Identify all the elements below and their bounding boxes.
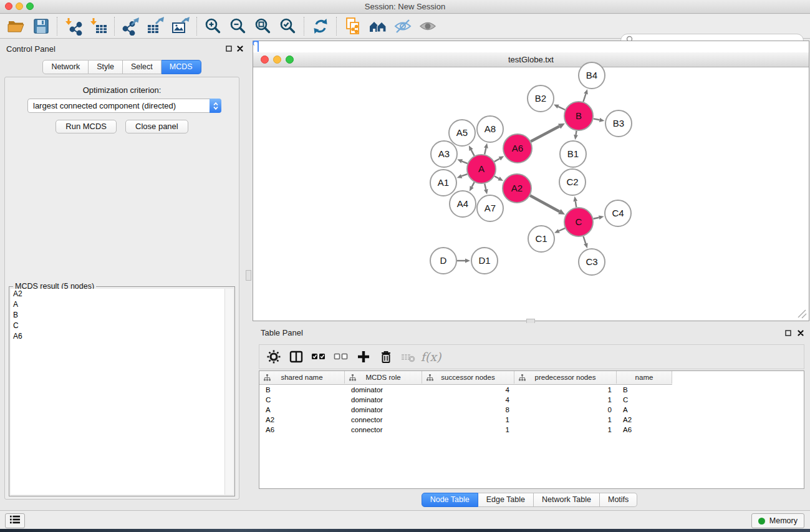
- table-row[interactable]: A6connector11A6: [259, 425, 804, 435]
- graph-node-B2[interactable]: B2: [528, 85, 554, 112]
- float-table-panel-icon[interactable]: [784, 329, 792, 337]
- graph-node-A2[interactable]: A2: [503, 174, 531, 203]
- graph-node-A8[interactable]: A8: [477, 116, 503, 142]
- add-column-button[interactable]: [355, 349, 372, 365]
- graph-node-A7[interactable]: A7: [477, 195, 503, 221]
- graph-node-D1[interactable]: D1: [471, 248, 498, 274]
- graph-node-B3[interactable]: B3: [605, 110, 632, 137]
- graph-edge-A-A6[interactable]: [494, 158, 499, 162]
- delete-column-button[interactable]: [378, 349, 394, 365]
- graph-node-C1[interactable]: C1: [528, 226, 554, 252]
- import-table-button[interactable]: [86, 16, 111, 37]
- hide-selected-button[interactable]: [390, 16, 415, 37]
- close-table-panel-icon[interactable]: [797, 329, 804, 337]
- tab-mcds[interactable]: MCDS: [162, 60, 201, 74]
- graph-node-C2[interactable]: C2: [559, 169, 586, 195]
- table-row[interactable]: A2connector11A2: [259, 415, 804, 425]
- table-row[interactable]: Cdominator41C: [259, 395, 804, 405]
- zoom-selected-button[interactable]: [276, 16, 301, 37]
- deselect-all-checkboxes-button[interactable]: [333, 349, 349, 365]
- new-network-from-selection-button[interactable]: [340, 16, 365, 37]
- mcds-result-item[interactable]: A6: [11, 331, 224, 342]
- column-visibility-button[interactable]: [288, 349, 304, 365]
- graph-node-D[interactable]: D: [430, 248, 456, 274]
- mcds-result-item[interactable]: C: [11, 321, 224, 331]
- graph-node-A3[interactable]: A3: [431, 141, 457, 167]
- column-header-predecessor-nodes[interactable]: predecessor nodes: [514, 371, 617, 384]
- graph-edge-A-A2[interactable]: [494, 176, 499, 178]
- tab-node-table[interactable]: Node Table: [422, 493, 478, 507]
- refresh-button[interactable]: [308, 16, 333, 37]
- run-mcds-button[interactable]: Run MCDS: [55, 120, 117, 133]
- graph-edge-A-A7[interactable]: [485, 183, 486, 189]
- vertical-divider-grip[interactable]: [246, 270, 251, 281]
- tab-network-table[interactable]: Network Table: [534, 493, 600, 507]
- network-graph-canvas[interactable]: B4B2BB3B1A5A8A6A3AA1A2A4A7C2CC4C1C3DD1: [253, 56, 809, 321]
- zoom-fit-button[interactable]: [251, 16, 276, 37]
- graph-node-A[interactable]: A: [467, 155, 496, 183]
- select-all-checkboxes-button[interactable]: [311, 349, 327, 365]
- graph-edge-C-C4[interactable]: [593, 218, 599, 219]
- export-network-button[interactable]: [118, 16, 143, 37]
- column-header-MCDS-role[interactable]: MCDS role: [345, 371, 422, 384]
- mcds-result-list[interactable]: A2ABCA6: [11, 289, 225, 495]
- tab-network[interactable]: Network: [42, 60, 89, 74]
- graph-edge-A-A8[interactable]: [485, 148, 486, 154]
- graph-edge-arrowhead: [584, 89, 587, 95]
- tab-motifs[interactable]: Motifs: [600, 493, 637, 507]
- graph-edge-A-A5[interactable]: [471, 150, 475, 155]
- task-history-button[interactable]: [5, 513, 25, 528]
- graph-node-C4[interactable]: C4: [605, 200, 631, 226]
- graph-edge-A-A1[interactable]: [461, 174, 467, 176]
- graph-node-A1[interactable]: A1: [430, 170, 456, 196]
- graph-edge-A2-C[interactable]: [530, 195, 559, 211]
- graph-node-B1[interactable]: B1: [560, 141, 586, 167]
- settings-gear-button[interactable]: [266, 349, 282, 365]
- memory-button[interactable]: Memory: [751, 513, 804, 528]
- graph-edge-A6-B[interactable]: [531, 126, 559, 141]
- close-panel-button[interactable]: Close panel: [125, 120, 188, 133]
- window-resize-grip[interactable]: [798, 310, 806, 318]
- import-network-button[interactable]: [61, 16, 86, 37]
- graph-node-A5[interactable]: A5: [449, 120, 475, 146]
- mcds-result-scrollbar[interactable]: [224, 289, 233, 495]
- graph-node-C3[interactable]: C3: [579, 249, 605, 275]
- graph-edge-C-C2[interactable]: [576, 201, 577, 208]
- tab-edge-table[interactable]: Edge Table: [478, 493, 534, 507]
- graph-node-A4[interactable]: A4: [450, 191, 476, 217]
- graph-edge-B-B3[interactable]: [594, 118, 600, 120]
- open-session-button[interactable]: [4, 16, 29, 37]
- graph-edge-C-C3[interactable]: [583, 236, 586, 244]
- zoom-in-button[interactable]: [201, 16, 226, 37]
- graph-node-B4[interactable]: B4: [579, 62, 605, 89]
- save-session-button[interactable]: [29, 16, 54, 37]
- tab-select[interactable]: Select: [123, 60, 162, 74]
- graph-edge-B-B1[interactable]: [576, 131, 577, 135]
- column-header-shared-name[interactable]: shared name: [259, 371, 345, 384]
- graph-edge-B-B4[interactable]: [583, 94, 586, 102]
- graph-edge-B-B2[interactable]: [558, 107, 565, 110]
- close-panel-icon[interactable]: [236, 45, 244, 52]
- graph-node-B[interactable]: B: [564, 102, 593, 130]
- app-titlebar[interactable]: Session: New Session: [0, 0, 810, 14]
- mcds-result-item[interactable]: A: [11, 299, 224, 310]
- tab-style[interactable]: Style: [89, 60, 123, 74]
- mcds-result-item[interactable]: B: [11, 310, 224, 321]
- mcds-result-item[interactable]: A2: [11, 289, 224, 299]
- first-neighbors-button[interactable]: [365, 16, 390, 37]
- export-image-button[interactable]: [168, 16, 193, 37]
- graph-edge-A-A4[interactable]: [472, 182, 475, 187]
- graph-node-C[interactable]: C: [564, 208, 593, 236]
- show-all-button[interactable]: [415, 16, 440, 37]
- graph-edge-A-A3[interactable]: [462, 162, 468, 164]
- table-row[interactable]: Bdominator41B: [259, 385, 804, 395]
- float-panel-icon[interactable]: [225, 45, 233, 52]
- criterion-dropdown[interactable]: largest connected component (directed): [27, 99, 221, 113]
- graph-node-A6[interactable]: A6: [503, 134, 532, 163]
- column-header-name[interactable]: name: [617, 371, 672, 384]
- export-table-button[interactable]: [143, 16, 168, 37]
- table-row[interactable]: Adominator80A: [259, 405, 804, 415]
- zoom-out-button[interactable]: [226, 16, 251, 37]
- graph-edge-C-C1[interactable]: [559, 228, 565, 231]
- column-header-successor-nodes[interactable]: successor nodes: [422, 371, 514, 384]
